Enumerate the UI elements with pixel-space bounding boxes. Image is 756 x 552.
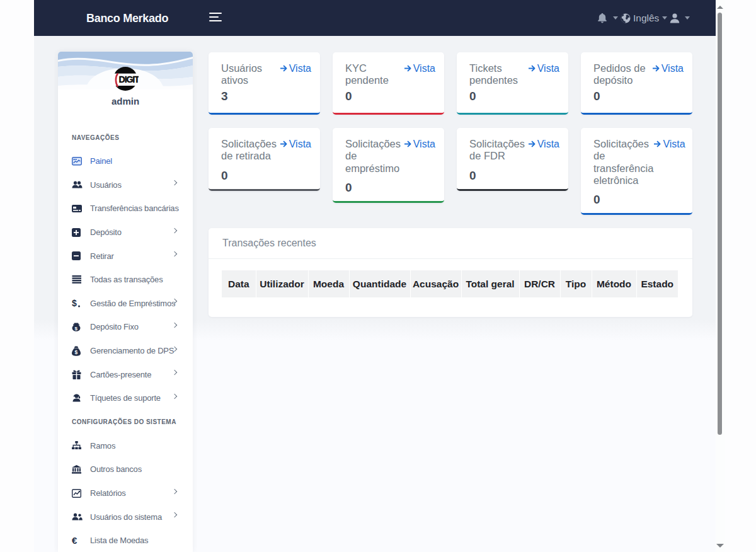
- svg-text:$: $: [72, 298, 77, 308]
- svg-text:DIGIT: DIGIT: [119, 74, 139, 84]
- svg-text:$: $: [75, 326, 78, 331]
- svg-text:$: $: [74, 349, 77, 355]
